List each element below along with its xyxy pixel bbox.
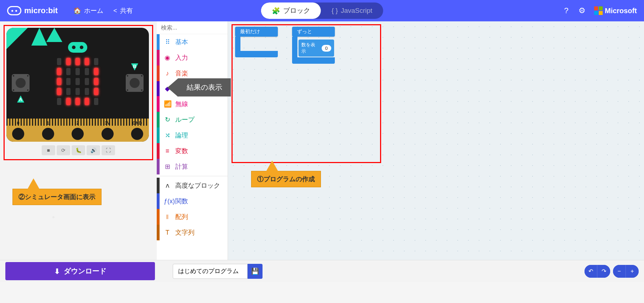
logo-text: micro:bit xyxy=(24,6,58,15)
editor-tabs: 🧩 ブロック { } JavaScript xyxy=(261,2,383,19)
button-a[interactable] xyxy=(12,74,30,92)
category-label: 音楽 xyxy=(175,69,188,78)
category-icon: ♪ xyxy=(164,70,171,77)
category-4[interactable]: 📶無線 xyxy=(157,96,228,112)
project-name-input[interactable] xyxy=(173,264,248,279)
block-forever[interactable]: ずっと 数を表示 0 xyxy=(292,27,335,37)
header: micro:bit 🏠 ホーム < 共有 🧩 ブロック { } JavaScri… xyxy=(0,0,644,21)
search-input[interactable] xyxy=(161,25,228,31)
footer: ⬇ ダウンロード 💾 ↶ ↷ − + xyxy=(0,260,644,282)
category-icon: ⊞ xyxy=(164,163,171,171)
undo-icon: ↶ xyxy=(588,268,593,275)
button-b[interactable] xyxy=(126,74,144,92)
category-divider xyxy=(157,176,228,176)
category-label: 計算 xyxy=(175,162,188,171)
microbit-logo-icon xyxy=(7,6,21,15)
led xyxy=(57,68,61,75)
settings-icon[interactable]: ⚙ xyxy=(577,5,587,17)
debug-button[interactable]: 🐛 xyxy=(72,145,85,155)
led xyxy=(76,98,80,105)
simulator-controls: ■ ⟳ 🐛 🔊 ⛶ xyxy=(6,145,150,155)
block-show-number[interactable]: 数を表示 0 xyxy=(298,40,334,57)
tab-js-label: JavaScript xyxy=(341,7,373,15)
header-right: ? ⚙ Microsoft xyxy=(563,5,637,17)
zoom-out-button[interactable]: − xyxy=(613,265,626,278)
category-label: 文字列 xyxy=(175,228,194,237)
block-forever-label: ずっと xyxy=(292,27,335,37)
adv-category-3[interactable]: T文字列 xyxy=(157,225,228,240)
led-matrix xyxy=(57,58,98,105)
microsoft-label: Microsoft xyxy=(605,7,637,15)
share-icon: < xyxy=(113,7,117,15)
pin-3V[interactable] xyxy=(102,128,114,140)
led xyxy=(94,88,98,95)
category-icon: T xyxy=(164,229,171,236)
category-icon: ⤭ xyxy=(164,131,171,139)
led xyxy=(85,88,89,95)
home-button[interactable]: 🏠 ホーム xyxy=(68,4,108,18)
led xyxy=(57,88,61,95)
home-label: ホーム xyxy=(84,6,103,15)
adv-category-0[interactable]: ʌ高度なブロック xyxy=(157,178,228,193)
pin-2[interactable] xyxy=(72,128,84,140)
led xyxy=(94,78,98,85)
braces-icon: { } xyxy=(332,7,338,15)
pin-1[interactable] xyxy=(42,128,54,140)
category-icon: 📶 xyxy=(164,100,171,108)
category-6[interactable]: ⤭論理 xyxy=(157,127,228,143)
category-label: ループ xyxy=(175,115,194,124)
pin-GND[interactable] xyxy=(131,128,143,140)
share-button[interactable]: < 共有 xyxy=(108,4,138,18)
redo-button[interactable]: ↷ xyxy=(597,265,610,278)
save-button[interactable]: 💾 xyxy=(248,264,263,279)
microbit-simulator[interactable]: A B xyxy=(6,28,149,142)
category-0[interactable]: ⠿基本 xyxy=(157,34,228,50)
annotation-arrow: 結果の表示 xyxy=(178,78,231,96)
button-b-label: B xyxy=(131,63,138,70)
led xyxy=(76,58,80,65)
puzzle-icon: 🧩 xyxy=(272,7,280,15)
download-button[interactable]: ⬇ ダウンロード xyxy=(5,262,155,280)
logo[interactable]: micro:bit xyxy=(7,6,58,15)
led xyxy=(94,58,98,65)
undo-redo-group: ↶ ↷ xyxy=(585,265,610,278)
microsoft-logo[interactable]: Microsoft xyxy=(594,6,637,15)
category-label: 無線 xyxy=(175,100,188,108)
category-5[interactable]: ↻ループ xyxy=(157,112,228,127)
block-on-start[interactable]: 最初だけ xyxy=(235,27,278,37)
fullscreen-button[interactable]: ⛶ xyxy=(102,145,115,155)
help-icon[interactable]: ? xyxy=(563,5,570,17)
led xyxy=(85,78,89,85)
stop-button[interactable]: ■ xyxy=(42,145,55,155)
undo-button[interactable]: ↶ xyxy=(585,265,597,278)
category-1[interactable]: ◉入力 xyxy=(157,50,228,66)
category-label: 論理 xyxy=(175,131,188,140)
tab-blocks[interactable]: 🧩 ブロック xyxy=(261,2,321,19)
mute-button[interactable]: 🔊 xyxy=(87,145,100,155)
block-show-number-value[interactable]: 0 xyxy=(322,45,331,52)
adv-category-1[interactable]: ƒ(x)関数 xyxy=(157,193,228,209)
home-icon: 🏠 xyxy=(73,7,81,15)
simulator-panel: A B ■ ⟳ 🐛 🔊 ⛶ ②シミュレータ画面に表示 xyxy=(0,21,157,260)
footer-right: ↶ ↷ − + xyxy=(585,265,639,278)
led xyxy=(66,78,71,85)
download-label: ダウンロード xyxy=(64,266,107,276)
led xyxy=(66,88,71,95)
category-7[interactable]: ≡変数 xyxy=(157,143,228,159)
block-on-start-label: 最初だけ xyxy=(235,27,278,37)
led xyxy=(94,98,98,105)
toolbox: 🔍 ⠿基本◉入力♪音楽◆LED📶無線↻ループ⤭論理≡変数⊞計算 ʌ高度なブロック… xyxy=(157,21,228,260)
download-icon: ⬇ xyxy=(54,267,60,276)
restart-button[interactable]: ⟳ xyxy=(57,145,70,155)
adv-category-2[interactable]: ⦀配列 xyxy=(157,209,228,225)
block-show-number-label: 数を表示 xyxy=(301,42,320,54)
category-icon: ʌ xyxy=(164,182,171,189)
category-8[interactable]: ⊞計算 xyxy=(157,159,228,174)
annotation-program: ①プログラムの作成 xyxy=(251,171,321,187)
workspace[interactable]: 最初だけ ずっと 数を表示 0 ①プログラムの作成 xyxy=(228,21,644,260)
tab-javascript[interactable]: { } JavaScript xyxy=(321,2,383,19)
plus-icon: + xyxy=(630,268,634,275)
zoom-in-button[interactable]: + xyxy=(626,265,639,278)
pin-0[interactable] xyxy=(12,128,24,140)
led xyxy=(57,78,61,85)
